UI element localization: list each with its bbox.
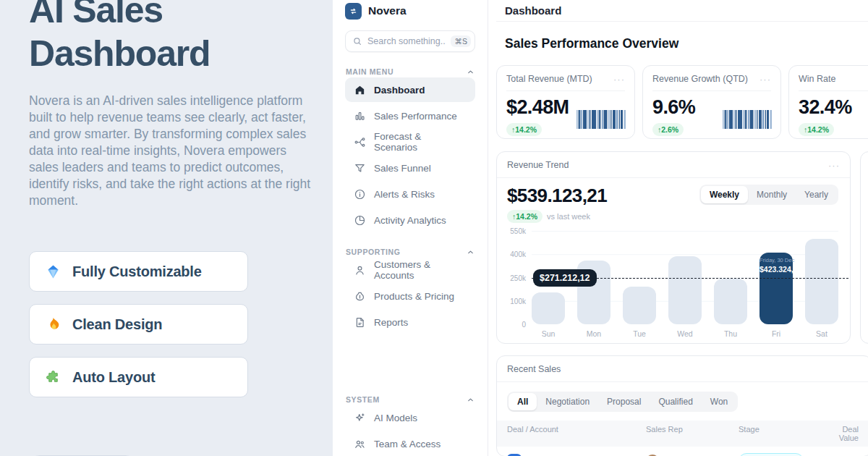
kpi-value: 32.4% bbox=[799, 96, 868, 119]
tab-monthly[interactable]: Monthly bbox=[748, 186, 796, 203]
tab-yearly[interactable]: Yearly bbox=[796, 186, 837, 203]
breadcrumb: Dashboard bbox=[496, 0, 868, 22]
col-deal-account: Deal / Account bbox=[507, 425, 646, 442]
chevron-up-icon[interactable] bbox=[467, 68, 475, 76]
divider bbox=[652, 90, 771, 91]
kpi-delta-badge: ↑2.6% bbox=[652, 123, 684, 136]
team-icon bbox=[354, 438, 366, 450]
sidebar-item-forecast-scenarios[interactable]: Forecast & Scenarios bbox=[345, 130, 475, 154]
kpi-label: Win Rate bbox=[799, 74, 835, 84]
sidebar-item-customers-accounts[interactable]: Customers & Accounts bbox=[345, 258, 475, 282]
alert-circle-icon bbox=[354, 188, 366, 200]
revenue-trend-chart: 550k 400k 250k 100k 0 $271.212,12 Friday… bbox=[507, 231, 838, 338]
kpi-delta-badge: ↑14.2% bbox=[799, 123, 834, 136]
puzzle-icon bbox=[45, 369, 61, 386]
money-bag-icon bbox=[354, 290, 366, 303]
hero-description: Novera is an AI-driven sales intelligenc… bbox=[29, 93, 312, 209]
sidebar-item-alerts-risks[interactable]: Alerts & Risks bbox=[345, 182, 475, 206]
more-menu-icon[interactable]: ··· bbox=[760, 75, 771, 84]
range-tabs: Weekly Monthly Yearly bbox=[699, 185, 838, 205]
search-shortcut-badge: ⌘S bbox=[451, 35, 471, 48]
brand: Novera bbox=[345, 1, 475, 20]
hero-panel: AI Sales Dashboard Novera is an AI-drive… bbox=[0, 0, 333, 456]
breadcrumb-dashboard[interactable]: Dashboard bbox=[505, 4, 561, 17]
sparkle-icon bbox=[354, 412, 366, 424]
x-axis-label: Thu bbox=[714, 329, 747, 338]
more-menu-icon[interactable]: ··· bbox=[613, 75, 625, 84]
page: AI Sales Dashboard Novera is an AI-drive… bbox=[0, 0, 868, 456]
tab-weekly[interactable]: Weekly bbox=[701, 186, 748, 203]
section-main-menu: MAIN MENU bbox=[345, 67, 475, 76]
pie-chart-icon bbox=[354, 214, 366, 227]
sidebar-item-dashboard[interactable]: Dashboard bbox=[345, 77, 475, 102]
search-input[interactable]: ⌘S bbox=[345, 30, 475, 52]
sidebar-item-sales-performance[interactable]: Sales Performance bbox=[345, 104, 475, 128]
table-row[interactable]: Acme Corp J. Anderson Negotiation $120,0… bbox=[497, 447, 868, 456]
y-tick: 400k bbox=[510, 250, 526, 258]
reference-tooltip: $271.212,12 bbox=[533, 269, 597, 287]
sidebar-item-reports[interactable]: Reports bbox=[345, 310, 475, 334]
sidebar-item-ai-models[interactable]: AI Models bbox=[345, 405, 475, 430]
y-tick: 550k bbox=[510, 227, 526, 235]
chevron-up-icon[interactable] bbox=[467, 248, 475, 256]
main-content: Dashboard Sales Performance Overview Tot… bbox=[488, 0, 868, 456]
funnel-icon bbox=[354, 162, 366, 174]
user-icon bbox=[354, 264, 366, 276]
home-icon bbox=[354, 84, 366, 96]
y-axis: 550k 400k 250k 100k 0 bbox=[507, 231, 532, 324]
x-axis-label: Sun bbox=[532, 329, 565, 338]
trend-delta-caption: vs last week bbox=[547, 212, 590, 221]
fire-icon bbox=[45, 316, 61, 333]
stage-badge: Negotiation bbox=[739, 453, 804, 456]
bar-chart-icon bbox=[354, 110, 366, 122]
kpi-card-revenue-growth: Revenue Growth (QTD) ··· 9.6% ↑2.6% bbox=[642, 65, 781, 139]
kpi-label: Total Revenue (MTD) bbox=[506, 74, 592, 84]
sidebar-item-team-access[interactable]: Team & Access bbox=[345, 431, 475, 456]
card-title: Revenue Trend bbox=[507, 160, 569, 170]
kpi-label: Revenue Growth (QTD) bbox=[652, 74, 748, 84]
sidebar-item-sales-funnel[interactable]: Sales Funnel bbox=[345, 156, 475, 180]
active-bar-tooltip: Friday, 30 Dec$423.324,12 bbox=[760, 257, 793, 274]
filter-qualified[interactable]: Qualified bbox=[650, 393, 701, 410]
trend-delta-badge: ↑14.2% bbox=[507, 210, 542, 223]
hero-title: AI Sales Dashboard bbox=[29, 0, 275, 75]
x-axis-label: Fri bbox=[760, 329, 793, 338]
table-header: Deal / Account Sales Rep Stage Deal Valu… bbox=[497, 421, 868, 447]
branch-icon bbox=[354, 136, 366, 148]
feature-clean-design: Clean Design bbox=[29, 304, 248, 345]
filter-won[interactable]: Won bbox=[702, 393, 736, 410]
search-icon bbox=[352, 36, 362, 46]
x-axis-label: Wed bbox=[668, 329, 702, 338]
col-sales-rep: Sales Rep bbox=[646, 425, 739, 442]
feature-list: Fully Customizable Clean Design Auto Lay… bbox=[29, 251, 304, 397]
charts-row: Revenue Trend ··· $539.123,21 Weekly Mon… bbox=[496, 151, 868, 344]
feature-label: Clean Design bbox=[72, 316, 162, 333]
sidebar-item-activity-analytics[interactable]: Activity Analytics bbox=[345, 208, 475, 232]
trend-value: $539.123,21 bbox=[507, 185, 607, 207]
filter-proposal[interactable]: Proposal bbox=[598, 393, 650, 410]
x-axis-label: Sat bbox=[805, 329, 838, 338]
filter-all[interactable]: All bbox=[509, 393, 537, 410]
section-supporting: SUPPORTING bbox=[345, 248, 475, 256]
stage-filter-tabs: All Negotiation Proposal Qualified Won bbox=[507, 392, 738, 412]
divider bbox=[506, 90, 625, 91]
sidebar-item-products-pricing[interactable]: Products & Pricing bbox=[345, 284, 475, 308]
more-menu-icon[interactable]: ··· bbox=[828, 161, 840, 170]
goal-card-fragment: G To 3 To 5 bbox=[860, 151, 868, 344]
search-field[interactable] bbox=[367, 36, 446, 46]
feature-fully-customizable: Fully Customizable bbox=[29, 251, 248, 292]
sparkline-barcode bbox=[723, 110, 772, 129]
feature-label: Auto Layout bbox=[72, 369, 155, 386]
x-axis-labels: SunMonTueWedThuFriSat bbox=[532, 329, 838, 338]
sidebar-spacer bbox=[345, 334, 475, 380]
y-tick: 0 bbox=[522, 321, 526, 329]
kpi-row: Total Revenue (MTD) ··· $2.48M ↑14.2% Re… bbox=[496, 65, 868, 139]
filter-negotiation[interactable]: Negotiation bbox=[537, 393, 598, 410]
chevron-up-icon[interactable] bbox=[467, 396, 475, 404]
bar-plot: $271.212,12 Friday, 30 Dec$423.324,12 bbox=[532, 231, 838, 324]
novera-logo-icon bbox=[345, 3, 362, 20]
recent-sales-card: Recent Sales All Negotiation Proposal Qu… bbox=[496, 355, 868, 456]
kpi-delta-badge: ↑14.2% bbox=[506, 123, 542, 136]
brand-name: Novera bbox=[368, 4, 407, 17]
feature-label: Fully Customizable bbox=[72, 263, 202, 280]
